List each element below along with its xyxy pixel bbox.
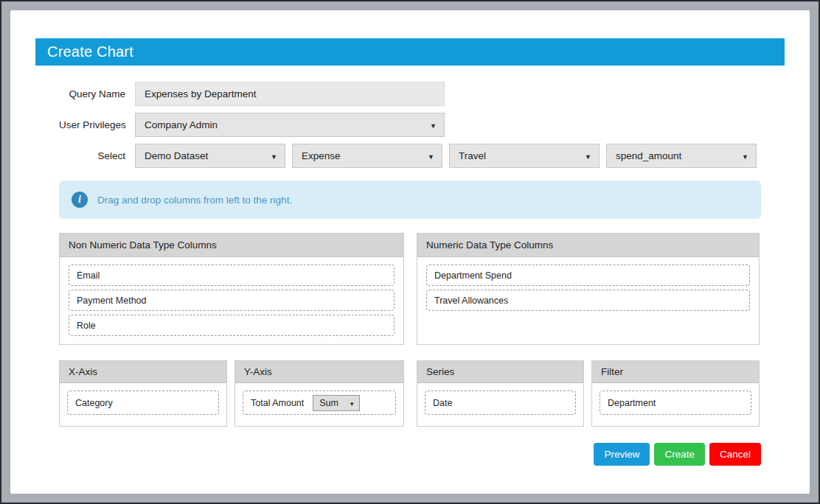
draggable-column-payment-method[interactable]: Payment Method xyxy=(69,290,395,311)
chevron-down-icon xyxy=(428,150,434,161)
category-select[interactable]: Travel xyxy=(449,144,600,168)
dataset-select[interactable]: Demo Dataset xyxy=(135,144,285,168)
panel-title: Filter xyxy=(592,361,759,383)
chevron-down-icon xyxy=(585,150,591,161)
panel-numeric-columns: Numeric Data Type Columns Department Spe… xyxy=(417,233,760,345)
panel-title: Y-Axis xyxy=(235,361,403,383)
app-window: Create Chart Query Name User Privileges … xyxy=(0,0,820,504)
user-privileges-label: User Privileges xyxy=(59,119,135,130)
info-banner-text: Drag and drop columns from left to the r… xyxy=(97,195,292,206)
y-axis-column-label: Total Amount xyxy=(251,398,304,408)
draggable-column-role[interactable]: Role xyxy=(69,315,395,336)
category-select-value: Travel xyxy=(459,150,486,161)
cancel-button[interactable]: Cancel xyxy=(709,443,761,466)
dialog-content: Query Name User Privileges Company Admin… xyxy=(35,82,785,466)
create-chart-dialog: Create Chart Query Name User Privileges … xyxy=(10,10,810,494)
x-axis-column[interactable]: Category xyxy=(67,391,219,415)
panel-non-numeric-columns: Non Numeric Data Type Columns Email Paym… xyxy=(59,233,404,345)
field-select-value: spend_amount xyxy=(616,150,681,161)
chevron-down-icon xyxy=(742,150,748,161)
panel-y-axis: Y-Axis Total Amount Sum xyxy=(234,360,404,427)
panel-filter: Filter Department xyxy=(591,360,760,427)
panel-title: X-Axis xyxy=(60,361,226,383)
user-privileges-select[interactable]: Company Admin xyxy=(135,113,445,137)
panel-body: Department xyxy=(592,383,759,422)
query-name-label: Query Name xyxy=(59,88,135,99)
create-button[interactable]: Create xyxy=(654,443,705,466)
dialog-header: Create Chart xyxy=(35,38,785,66)
select-group: Demo Dataset Expense Travel spend_amount xyxy=(135,144,757,168)
panel-title: Numeric Data Type Columns xyxy=(417,234,759,257)
query-name-row: Query Name xyxy=(59,82,761,106)
panel-body: Category xyxy=(60,383,226,422)
draggable-column-travel-allowances[interactable]: Travel Allowances xyxy=(426,290,750,311)
aggregation-select[interactable]: Sum xyxy=(313,395,360,411)
aggregation-value: Sum xyxy=(319,398,338,408)
axes-row: X-Axis Category Y-Axis Total Amount Sum xyxy=(59,360,761,427)
dataset-select-value: Demo Dataset xyxy=(145,150,208,161)
series-column[interactable]: Date xyxy=(425,391,576,415)
table-select[interactable]: Expense xyxy=(292,144,442,168)
chevron-down-icon xyxy=(430,119,437,130)
query-name-input[interactable] xyxy=(135,82,445,106)
draggable-column-email[interactable]: Email xyxy=(69,265,395,286)
action-buttons: Preview Create Cancel xyxy=(59,443,761,466)
preview-button[interactable]: Preview xyxy=(594,443,650,466)
y-axis-column[interactable]: Total Amount Sum xyxy=(243,391,396,415)
chevron-down-icon xyxy=(271,150,277,161)
panel-x-axis: X-Axis Category xyxy=(59,360,227,427)
panel-body: Department Spend Travel Allowances xyxy=(417,257,759,318)
field-select[interactable]: spend_amount xyxy=(606,144,757,168)
panel-title: Series xyxy=(417,361,583,383)
info-banner: Drag and drop columns from left to the r… xyxy=(59,181,761,219)
chevron-down-icon xyxy=(349,398,355,408)
panel-series: Series Date xyxy=(417,360,584,427)
columns-row: Non Numeric Data Type Columns Email Paym… xyxy=(59,233,761,345)
user-privileges-value: Company Admin xyxy=(145,119,218,130)
info-icon xyxy=(72,192,88,208)
panel-body: Email Payment Method Role xyxy=(60,257,403,343)
panel-body: Total Amount Sum xyxy=(235,383,403,422)
select-row: Select Demo Dataset Expense Travel xyxy=(59,144,761,168)
select-label: Select xyxy=(59,150,135,161)
user-privileges-row: User Privileges Company Admin xyxy=(59,113,761,137)
filter-column[interactable]: Department xyxy=(600,391,751,415)
draggable-column-department-spend[interactable]: Department Spend xyxy=(426,265,750,286)
page-title: Create Chart xyxy=(47,43,133,60)
panel-title: Non Numeric Data Type Columns xyxy=(60,234,403,257)
panel-body: Date xyxy=(417,383,583,422)
table-select-value: Expense xyxy=(302,150,341,161)
